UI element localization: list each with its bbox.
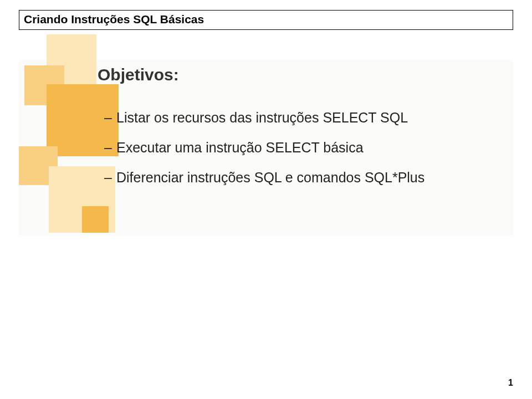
page-number: 1 bbox=[508, 378, 513, 388]
list-item: Diferenciar instruções SQL e comandos SQ… bbox=[104, 168, 503, 187]
slide-page: Criando Instruções SQL Básicas Objetivos… bbox=[0, 0, 532, 399]
decor-square bbox=[82, 206, 109, 233]
page-title: Criando Instruções SQL Básicas bbox=[24, 13, 508, 26]
list-item: Executar uma instrução SELECT básica bbox=[104, 139, 503, 157]
list-item: Listar os recursos das instruções SELECT… bbox=[104, 109, 503, 127]
bullet-list: Listar os recursos das instruções SELECT… bbox=[104, 109, 503, 198]
section-heading: Objetivos: bbox=[98, 65, 179, 84]
header-box: Criando Instruções SQL Básicas bbox=[19, 10, 513, 30]
